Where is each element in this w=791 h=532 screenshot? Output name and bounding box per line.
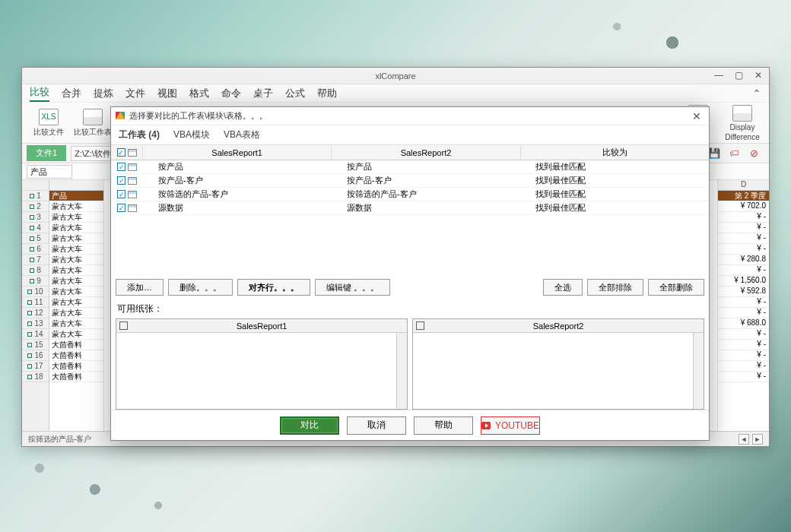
row-checkbox[interactable]: ✓	[117, 204, 125, 212]
row-header[interactable]: 2	[22, 201, 49, 212]
cell[interactable]: 蒙古大车	[49, 244, 103, 255]
row-header[interactable]: 18	[22, 372, 49, 382]
name-box[interactable]: 产品	[27, 165, 72, 179]
header-compare-as[interactable]: 比较为	[521, 145, 709, 160]
cell[interactable]: 大茴香料	[49, 372, 103, 382]
select-all-button[interactable]: 全选	[543, 279, 583, 296]
row-header[interactable]: 9	[22, 276, 49, 287]
compare-sheets-button[interactable]: 比较工作表	[74, 109, 112, 138]
row-header[interactable]: 11	[22, 297, 49, 308]
cell[interactable]: ¥ -	[718, 244, 769, 255]
cell[interactable]: 蒙古大车	[49, 329, 103, 340]
save-icon[interactable]: 💾	[708, 147, 720, 160]
dialog-close-button[interactable]: ✕	[689, 110, 704, 122]
row-header[interactable]: 3	[22, 212, 49, 223]
cell[interactable]: 蒙古大车	[49, 287, 103, 297]
mapping-row[interactable]: ✓源数据源数据找到最佳匹配	[111, 201, 709, 215]
header-report2[interactable]: SalesReport2	[332, 145, 520, 160]
cell[interactable]: 蒙古大车	[49, 233, 103, 244]
cell[interactable]: ¥ -	[718, 233, 769, 244]
menu-table[interactable]: 桌子	[253, 87, 273, 100]
col-header[interactable]	[49, 180, 103, 191]
minimize-button[interactable]: —	[710, 68, 728, 82]
scroll-right-icon[interactable]: ►	[752, 434, 763, 445]
pane2-list[interactable]	[413, 333, 704, 409]
cell[interactable]: ¥ 280.8	[718, 255, 769, 265]
menu-command[interactable]: 命令	[221, 87, 241, 100]
cell[interactable]: ¥ 592.8	[718, 287, 769, 297]
ribbon-collapse-icon[interactable]: ⌃	[752, 87, 761, 100]
cell[interactable]: ¥ -	[718, 297, 769, 308]
row-header[interactable]: 17	[22, 361, 49, 372]
delete-all-button[interactable]: 全部删除	[648, 279, 704, 296]
edit-keys-button[interactable]: 编辑键 。。。	[315, 279, 390, 296]
row-header[interactable]: 15	[22, 340, 49, 350]
menu-merge[interactable]: 合并	[62, 87, 81, 100]
youtube-button[interactable]: YOUTUBE	[481, 416, 540, 435]
cell[interactable]: 蒙古大车	[49, 297, 103, 308]
mapping-row[interactable]: ✓按产品-客户按产品-客户找到最佳匹配	[111, 174, 709, 188]
display-difference-button[interactable]: Display Difference	[723, 105, 761, 141]
compare-button[interactable]: 对比	[280, 416, 339, 435]
cell[interactable]: ¥ -	[718, 212, 769, 223]
cell[interactable]: 蒙古大车	[49, 276, 103, 287]
scroll-left-icon[interactable]: ◄	[739, 434, 749, 445]
tab-vba-tables[interactable]: VBA表格	[224, 128, 260, 141]
cell[interactable]: ¥ -	[718, 265, 769, 276]
tab-vba-modules[interactable]: VBA模块	[173, 128, 210, 141]
cell[interactable]: ¥ -	[718, 361, 769, 372]
cell[interactable]: ¥ -	[718, 329, 769, 340]
cell[interactable]: 蒙古大车	[49, 212, 103, 223]
row-header[interactable]: 16	[22, 350, 49, 361]
menu-help[interactable]: 帮助	[317, 87, 337, 100]
align-rows-button[interactable]: 对齐行。。。	[237, 279, 310, 296]
pane2-checkbox[interactable]	[416, 321, 424, 330]
menu-compare[interactable]: 比较	[30, 85, 49, 102]
row-header[interactable]: 8	[22, 265, 49, 276]
add-button[interactable]: 添加…	[116, 279, 164, 296]
menu-refine[interactable]: 提炼	[94, 87, 113, 100]
row-header[interactable]: 12	[22, 308, 49, 318]
menu-formula[interactable]: 公式	[285, 87, 305, 100]
menu-view[interactable]: 视图	[157, 87, 177, 100]
row-header[interactable]: 6	[22, 244, 49, 255]
pane1-list[interactable]	[116, 333, 407, 409]
scrollbar[interactable]	[396, 333, 407, 409]
row-header[interactable]: 7	[22, 255, 49, 265]
row-header[interactable]: 10	[22, 287, 49, 297]
header-checkbox[interactable]: ✓	[117, 148, 125, 157]
cell[interactable]: 大茴香料	[49, 350, 103, 361]
cell[interactable]: 蒙古大车	[49, 308, 103, 318]
cell[interactable]: ¥ 702.0	[718, 201, 769, 212]
row-header[interactable]: 4	[22, 223, 49, 233]
header-report1[interactable]: SalesReport1	[143, 145, 332, 160]
cell[interactable]: ¥ -	[718, 372, 769, 382]
pane1-checkbox[interactable]	[119, 321, 128, 330]
row-header[interactable]: 13	[22, 318, 49, 329]
tab-worksheets[interactable]: 工作表 (4)	[119, 128, 160, 141]
cell[interactable]: ¥ -	[718, 340, 769, 350]
tag-icon[interactable]: 🏷	[728, 147, 740, 160]
row-header[interactable]: 14	[22, 329, 49, 340]
cell[interactable]: 蒙古大车	[49, 201, 103, 212]
cell[interactable]: ¥ 688.0	[718, 318, 769, 329]
scrollbar[interactable]	[693, 333, 704, 409]
compare-files-button[interactable]: XLS 比较文件	[30, 109, 68, 138]
file-tab[interactable]: 文件1	[27, 145, 66, 161]
cell[interactable]: ¥ -	[718, 308, 769, 318]
row-checkbox[interactable]: ✓	[117, 176, 125, 185]
cell[interactable]: 蒙古大车	[49, 318, 103, 329]
cell[interactable]: 大茴香料	[49, 361, 103, 372]
cancel-button[interactable]: 取消	[347, 416, 406, 435]
cell[interactable]: 大茴香料	[49, 340, 103, 350]
mapping-row[interactable]: ✓按筛选的产品-客户按筛选的产品-客户找到最佳匹配	[111, 188, 709, 201]
cell[interactable]: 蒙古大车	[49, 265, 103, 276]
menu-format[interactable]: 格式	[189, 87, 209, 100]
col-header-d[interactable]: D	[718, 180, 769, 191]
row-checkbox[interactable]: ✓	[117, 163, 125, 171]
cell[interactable]: ¥ -	[718, 223, 769, 233]
sheet-tab[interactable]: 按筛选的产品-客户	[28, 434, 91, 445]
cell[interactable]: ¥ -	[718, 350, 769, 361]
mapping-row[interactable]: ✓按产品按产品找到最佳匹配	[111, 160, 709, 174]
remove-icon[interactable]: ⊘	[748, 147, 760, 160]
